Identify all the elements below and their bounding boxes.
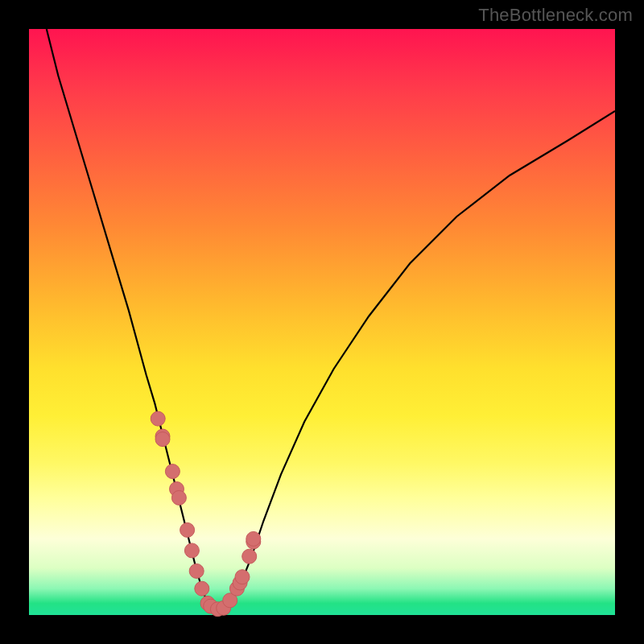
highlighted-points bbox=[151, 411, 261, 617]
plot-area bbox=[29, 29, 615, 615]
bottleneck-curve bbox=[47, 29, 615, 610]
data-point bbox=[165, 464, 180, 479]
data-point bbox=[151, 411, 165, 426]
data-point bbox=[195, 581, 209, 596]
data-point bbox=[184, 543, 199, 558]
data-point bbox=[242, 549, 257, 564]
data-point bbox=[189, 564, 204, 578]
chart-frame: TheBottleneck.com bbox=[0, 0, 644, 644]
data-point bbox=[155, 432, 170, 447]
data-point bbox=[235, 570, 250, 584]
watermark-text: TheBottleneck.com bbox=[478, 5, 633, 26]
data-point bbox=[180, 522, 195, 537]
data-point bbox=[171, 490, 186, 505]
data-point bbox=[246, 531, 261, 546]
chart-svg bbox=[29, 29, 615, 615]
